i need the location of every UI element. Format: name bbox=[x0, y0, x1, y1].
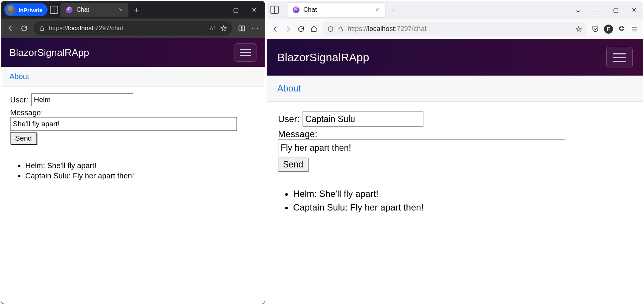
url-scheme: https:// bbox=[49, 25, 68, 32]
url-path: :7297/chat bbox=[93, 25, 123, 32]
back-icon[interactable] bbox=[6, 24, 15, 33]
minimize-icon[interactable]: — bbox=[214, 6, 221, 14]
tab-title: Chat bbox=[303, 6, 317, 14]
tab-title: Chat bbox=[76, 6, 89, 13]
browser-tab[interactable]: Chat ✕ bbox=[287, 2, 385, 17]
bookmark-icon[interactable] bbox=[575, 26, 582, 33]
app-header: BlazorSignalRApp bbox=[1, 38, 265, 67]
extensions-icon[interactable] bbox=[618, 25, 626, 33]
user-input[interactable] bbox=[303, 111, 423, 127]
hamburger-button[interactable] bbox=[235, 43, 256, 62]
about-link[interactable]: About bbox=[1, 67, 265, 87]
edge-window: InPrivate Chat ✕ ＋ — ▢ ✕ bbox=[1, 1, 265, 304]
send-button[interactable]: Send bbox=[278, 158, 308, 172]
new-tab-button[interactable]: ＋ bbox=[388, 4, 399, 15]
user-label: User: bbox=[10, 96, 28, 104]
address-bar[interactable]: https://localhost:7297/chat A⁾ bbox=[34, 21, 232, 36]
send-button[interactable]: Send bbox=[10, 132, 37, 144]
firefox-window: Chat ✕ ＋ ⌄ — ▢ ✕ bbox=[267, 1, 643, 304]
message-item: Helm: She'll fly apart! bbox=[293, 189, 632, 199]
refresh-icon[interactable] bbox=[297, 25, 305, 33]
edge-toolbar: https://localhost:7297/chat A⁾ ⋯ bbox=[1, 19, 265, 38]
close-window-icon[interactable]: ✕ bbox=[250, 6, 257, 14]
svg-rect-2 bbox=[242, 26, 245, 31]
message-item: Helm: She'll fly apart! bbox=[25, 161, 256, 170]
minimize-icon[interactable]: — bbox=[594, 6, 600, 13]
more-icon[interactable]: ⋯ bbox=[251, 24, 259, 33]
split-screen-icon[interactable] bbox=[238, 24, 246, 33]
message-item: Captain Sulu: Fly her apart then! bbox=[293, 202, 632, 213]
svg-rect-1 bbox=[239, 26, 242, 31]
url-text: https://localhost:7297/chat bbox=[49, 25, 124, 32]
shield-icon[interactable] bbox=[327, 26, 334, 33]
lock-icon[interactable] bbox=[338, 26, 344, 32]
tab-actions-icon[interactable] bbox=[50, 6, 58, 14]
divider bbox=[278, 180, 632, 180]
close-window-icon[interactable]: ✕ bbox=[632, 6, 636, 14]
inprivate-label: InPrivate bbox=[19, 7, 42, 13]
url-scheme: https:// bbox=[347, 25, 368, 33]
user-label: User: bbox=[278, 114, 300, 124]
blazor-icon bbox=[293, 6, 300, 13]
svg-rect-0 bbox=[40, 28, 43, 30]
app-title: BlazorSignalRApp bbox=[9, 47, 89, 59]
about-label: About bbox=[9, 72, 29, 81]
app-header: BlazorSignalRApp bbox=[267, 39, 643, 76]
message-label: Message: bbox=[10, 108, 43, 117]
app-menu-icon[interactable] bbox=[630, 25, 639, 33]
page-content-left: BlazorSignalRApp About User: Message: Se… bbox=[1, 38, 265, 304]
inprivate-badge[interactable]: InPrivate bbox=[4, 3, 48, 16]
page-content-right: BlazorSignalRApp About User: Message: Se… bbox=[267, 39, 643, 304]
edge-titlebar: InPrivate Chat ✕ ＋ — ▢ ✕ bbox=[1, 1, 265, 19]
address-bar[interactable]: https://localhost:7297/chat bbox=[323, 22, 587, 36]
firefox-titlebar: Chat ✕ ＋ ⌄ — ▢ ✕ bbox=[267, 1, 643, 19]
url-path: :7297/chat bbox=[395, 25, 426, 33]
about-link[interactable]: About bbox=[267, 76, 643, 102]
window-controls: — ▢ ✕ bbox=[214, 6, 265, 14]
account-letter: F bbox=[607, 26, 610, 32]
lock-icon bbox=[39, 25, 45, 31]
maximize-icon[interactable]: ▢ bbox=[232, 6, 239, 14]
new-tab-button[interactable]: ＋ bbox=[131, 4, 142, 15]
home-icon[interactable] bbox=[310, 25, 318, 33]
account-icon[interactable]: F bbox=[604, 25, 613, 34]
refresh-icon[interactable] bbox=[20, 24, 28, 33]
url-text: https://localhost:7297/chat bbox=[347, 25, 426, 33]
close-tab-icon[interactable]: ✕ bbox=[119, 7, 123, 13]
divider bbox=[10, 153, 256, 153]
read-aloud-icon[interactable]: A⁾ bbox=[210, 25, 214, 31]
about-label: About bbox=[277, 83, 301, 93]
tab-list-icon[interactable]: ⌄ bbox=[575, 5, 581, 15]
message-list: Helm: She'll fly apart!Captain Sulu: Fly… bbox=[10, 161, 256, 180]
profile-avatar-icon bbox=[6, 5, 15, 15]
message-list: Helm: She'll fly apart!Captain Sulu: Fly… bbox=[278, 189, 632, 213]
maximize-icon[interactable]: ▢ bbox=[613, 6, 619, 14]
message-input[interactable] bbox=[278, 139, 565, 156]
svg-rect-3 bbox=[339, 29, 342, 31]
forward-icon bbox=[284, 25, 292, 33]
url-host: localhost bbox=[368, 25, 395, 33]
hamburger-button[interactable] bbox=[606, 47, 633, 68]
pocket-icon[interactable] bbox=[591, 25, 599, 33]
url-host: localhost bbox=[68, 25, 93, 32]
close-tab-icon[interactable]: ✕ bbox=[375, 7, 380, 13]
message-label: Message: bbox=[278, 129, 317, 139]
firefox-toolbar: https://localhost:7297/chat F bbox=[267, 19, 643, 39]
message-input[interactable] bbox=[10, 117, 237, 131]
firefox-view-icon[interactable] bbox=[270, 6, 279, 14]
back-icon[interactable] bbox=[271, 25, 280, 33]
browser-tab[interactable]: Chat ✕ bbox=[60, 3, 128, 17]
app-title: BlazorSignalRApp bbox=[277, 51, 369, 64]
chat-form: User: Message: Send Helm: She'll fly apa… bbox=[1, 87, 265, 189]
user-input[interactable] bbox=[31, 93, 133, 106]
blazor-icon bbox=[66, 6, 73, 13]
message-item: Captain Sulu: Fly her apart then! bbox=[25, 172, 256, 180]
chat-form: User: Message: Send Helm: She'll fly apa… bbox=[267, 102, 643, 226]
favorite-icon[interactable] bbox=[220, 25, 227, 32]
